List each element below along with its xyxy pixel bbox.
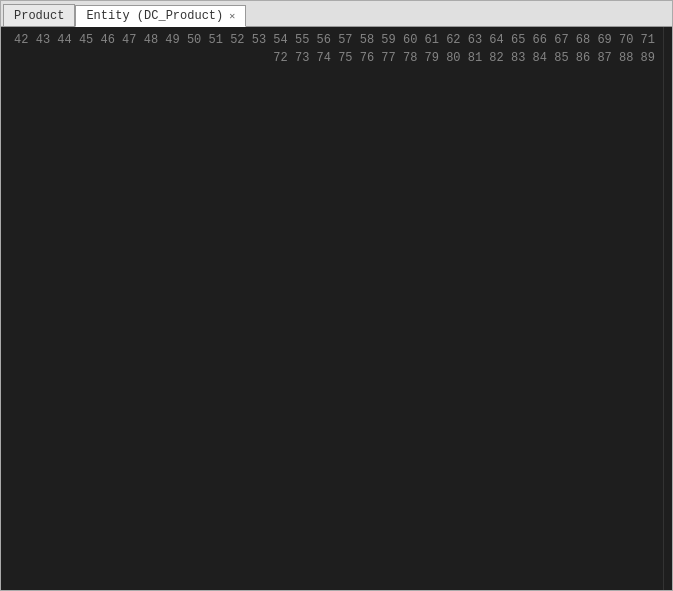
code-area: 42 43 44 45 46 47 48 49 50 51 52 53 54 5… xyxy=(1,27,672,590)
tab-product-label: Product xyxy=(14,9,64,23)
main-window: Product Entity (DC_Product) ✕ 42 43 44 4… xyxy=(0,0,673,591)
tab-entity[interactable]: Entity (DC_Product) ✕ xyxy=(75,5,246,27)
tab-close-icon[interactable]: ✕ xyxy=(229,10,235,22)
tab-product[interactable]: Product xyxy=(3,4,75,26)
code-content[interactable]: [WcfSerialization::DataMember(Name = "Pr… xyxy=(664,27,672,590)
tab-bar: Product Entity (DC_Product) ✕ xyxy=(1,1,672,27)
tab-entity-label: Entity (DC_Product) xyxy=(86,9,223,23)
line-numbers: 42 43 44 45 46 47 48 49 50 51 52 53 54 5… xyxy=(1,27,664,590)
